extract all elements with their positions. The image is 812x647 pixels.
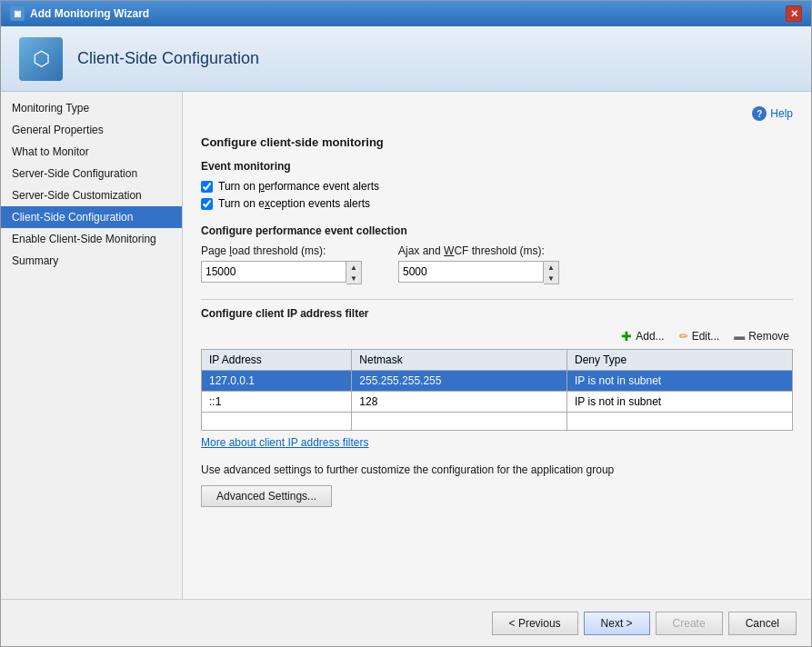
event-monitoring-section: Event monitoring Turn on performance eve… <box>201 160 793 210</box>
event-monitoring-title: Event monitoring <box>201 160 793 173</box>
main-window: ▣ Add Monitoring Wizard ✕ ⬡ Client-Side … <box>0 0 812 647</box>
content-area: Monitoring Type General Properties What … <box>1 92 811 599</box>
page-load-input[interactable]: 15000 <box>201 261 346 283</box>
more-link[interactable]: More about client IP address filters <box>201 436 369 449</box>
ip-filter-section: Configure client IP address filter ✚ Add… <box>201 299 793 449</box>
sidebar-item-general-properties[interactable]: General Properties <box>1 119 182 141</box>
checkbox-performance-events[interactable] <box>201 181 213 193</box>
cell-deny: IP is not in subnet <box>567 371 793 392</box>
ip-address-table: IP Address Netmask Deny Type 127.0.0.1 2… <box>201 349 793 431</box>
sidebar-item-server-side-config[interactable]: Server-Side Configuration <box>1 163 182 184</box>
checkbox-exception-label: Turn on exception events alerts <box>218 197 370 210</box>
add-label: Add... <box>636 330 664 343</box>
perf-collection-section: Configure performance event collection P… <box>201 224 793 284</box>
window-icon: ▣ <box>10 6 25 21</box>
header-title: Client-Side Configuration <box>77 49 259 68</box>
sidebar-item-enable-client-side[interactable]: Enable Client-Side Monitoring <box>1 228 182 250</box>
sidebar-item-monitoring-type[interactable]: Monitoring Type <box>1 97 182 119</box>
checkbox-row-exception: Turn on exception events alerts <box>201 197 793 210</box>
main-content: ? Help Configure client-side monitoring … <box>183 92 811 599</box>
checkbox-exception-events[interactable] <box>201 198 213 210</box>
cancel-button[interactable]: Cancel <box>728 612 797 635</box>
add-icon: ✚ <box>621 329 632 343</box>
footer: < Previous Next > Create Cancel <box>1 599 811 646</box>
next-button[interactable]: Next > <box>584 612 650 635</box>
ajax-input-wrap: 5000 ▲ ▼ <box>398 261 559 284</box>
perf-collection-title: Configure performance event collection <box>201 224 793 237</box>
title-bar: ▣ Add Monitoring Wizard ✕ <box>1 1 811 26</box>
cell-deny: IP is not in subnet <box>567 392 793 413</box>
page-load-spin-up[interactable]: ▲ <box>346 262 361 273</box>
checkbox-performance-label: Turn on performance event alerts <box>218 180 379 193</box>
window-title: Add Monitoring Wizard <box>30 7 149 20</box>
create-button[interactable]: Create <box>656 612 723 635</box>
advanced-section: Use advanced settings to further customi… <box>201 463 793 507</box>
page-load-spinner: ▲ ▼ <box>346 261 362 284</box>
remove-icon: ▬ <box>734 330 745 343</box>
page-load-label: Page load threshold (ms): <box>201 244 362 257</box>
cell-ip: ::1 <box>202 392 352 413</box>
help-label: Help <box>770 107 793 120</box>
sidebar-item-client-side-config[interactable]: Client-Side Configuration <box>1 206 182 228</box>
cell-netmask: 128 <box>352 392 567 413</box>
sidebar: Monitoring Type General Properties What … <box>1 92 183 599</box>
table-row[interactable]: 127.0.0.1 255.255.255.255 IP is not in s… <box>202 371 793 392</box>
page-load-field: Page load threshold (ms): 15000 ▲ ▼ <box>201 244 362 284</box>
sidebar-item-summary[interactable]: Summary <box>1 250 182 272</box>
cell-netmask: 255.255.255.255 <box>352 371 567 392</box>
ajax-spin-up[interactable]: ▲ <box>544 262 558 273</box>
table-row-empty <box>202 413 793 431</box>
close-button[interactable]: ✕ <box>786 5 802 22</box>
edit-button[interactable]: ✏ Edit... <box>676 327 724 345</box>
edit-label: Edit... <box>692 330 720 343</box>
title-bar-left: ▣ Add Monitoring Wizard <box>10 6 149 21</box>
table-row[interactable]: ::1 128 IP is not in subnet <box>202 392 793 413</box>
page-title: Configure client-side monitoring <box>201 135 793 149</box>
header-area: ⬡ Client-Side Configuration <box>1 26 811 92</box>
ajax-field: Ajax and WCF threshold (ms): 5000 ▲ ▼ <box>398 244 559 284</box>
header-icon: ⬡ <box>19 37 63 81</box>
previous-button[interactable]: < Previous <box>492 612 578 635</box>
remove-button[interactable]: ▬ Remove <box>730 327 793 345</box>
ajax-input[interactable]: 5000 <box>398 261 544 283</box>
remove-label: Remove <box>748 330 789 343</box>
ajax-label: Ajax and WCF threshold (ms): <box>398 244 559 257</box>
col-header-ip: IP Address <box>202 350 352 371</box>
checkbox-row-performance: Turn on performance event alerts <box>201 180 793 193</box>
ip-filter-title: Configure client IP address filter <box>201 299 793 320</box>
sidebar-item-server-side-custom[interactable]: Server-Side Customization <box>1 184 182 206</box>
page-load-input-wrap: 15000 ▲ ▼ <box>201 261 362 284</box>
page-load-spin-down[interactable]: ▼ <box>346 273 361 284</box>
help-circle-icon: ? <box>752 106 767 121</box>
advanced-description: Use advanced settings to further customi… <box>201 463 793 476</box>
edit-icon: ✏ <box>679 330 688 343</box>
ajax-spin-down[interactable]: ▼ <box>544 273 558 284</box>
col-header-netmask: Netmask <box>352 350 567 371</box>
help-link[interactable]: ? Help <box>752 106 793 121</box>
threshold-row: Page load threshold (ms): 15000 ▲ ▼ <box>201 244 793 284</box>
cell-ip: 127.0.0.1 <box>202 371 352 392</box>
ip-toolbar: ✚ Add... ✏ Edit... ▬ Remove <box>201 327 793 345</box>
add-button[interactable]: ✚ Add... <box>617 327 667 345</box>
sidebar-item-what-to-monitor[interactable]: What to Monitor <box>1 141 182 163</box>
advanced-settings-button[interactable]: Advanced Settings... <box>201 485 332 507</box>
col-header-deny: Deny Type <box>567 350 793 371</box>
ajax-spinner: ▲ ▼ <box>544 261 559 284</box>
